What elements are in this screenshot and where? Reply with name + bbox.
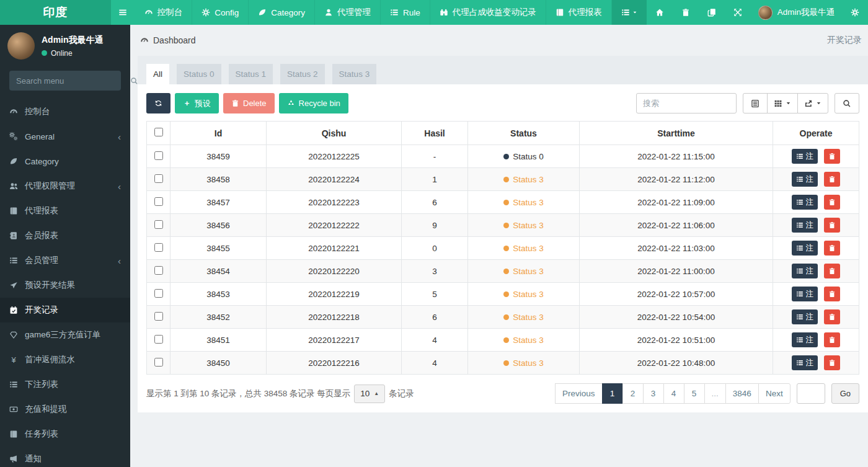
row-checkbox[interactable] bbox=[154, 289, 163, 298]
page-button[interactable]: 3846 bbox=[725, 383, 759, 404]
starttime-cell: 2022-01-22 10:51:00 bbox=[580, 329, 773, 352]
sidebar-menu-item[interactable]: Category ‹ bbox=[0, 149, 130, 174]
row-checkbox[interactable] bbox=[154, 197, 163, 206]
status-tab[interactable]: Status 3 bbox=[332, 64, 377, 84]
goto-page-input[interactable] bbox=[797, 383, 825, 404]
note-button[interactable]: 注 bbox=[792, 195, 818, 210]
row-checkbox[interactable] bbox=[154, 335, 163, 344]
top-nav-item[interactable]: 代理占成收益变动记录 bbox=[430, 0, 546, 25]
status-tab[interactable]: Status 2 bbox=[280, 64, 325, 84]
sidebar-menu-item[interactable]: General ‹ bbox=[0, 124, 130, 149]
status-tab[interactable]: Status 1 bbox=[229, 64, 273, 84]
top-nav-item[interactable]: 控制台 bbox=[135, 0, 193, 25]
detail-view-button[interactable] bbox=[743, 93, 768, 113]
starttime-cell: 2022-01-22 10:48:00 bbox=[580, 352, 773, 375]
sidebar-menu-item[interactable]: 预设开奖结果 ‹ bbox=[0, 273, 130, 298]
delete-button[interactable]: Delete bbox=[223, 93, 275, 113]
top-nav-item[interactable]: Category bbox=[249, 0, 315, 25]
page-button[interactable]: Next bbox=[758, 383, 790, 404]
sidebar-menu-item[interactable]: ¥ 首冲返佣流水 ‹ bbox=[0, 347, 130, 372]
columns-button[interactable] bbox=[767, 93, 798, 113]
qishu-cell: 20220122223 bbox=[267, 191, 402, 214]
note-button[interactable]: 注 bbox=[792, 287, 818, 301]
copy-button[interactable] bbox=[699, 0, 725, 25]
home-button[interactable] bbox=[647, 0, 673, 25]
note-button[interactable]: 注 bbox=[792, 241, 818, 256]
page-button[interactable]: 3 bbox=[643, 383, 664, 404]
row-checkbox[interactable] bbox=[154, 243, 163, 252]
note-button[interactable]: 注 bbox=[792, 355, 818, 370]
select-all-checkbox[interactable] bbox=[154, 128, 163, 136]
sidebar-menu-item[interactable]: 充值和提现 ‹ bbox=[0, 397, 130, 422]
sidebar-search-input[interactable] bbox=[16, 76, 125, 86]
note-button[interactable]: 注 bbox=[792, 218, 818, 233]
delete-row-button[interactable] bbox=[824, 332, 840, 347]
user-menu[interactable]: Admin我最牛通 bbox=[751, 0, 842, 25]
delete-row-button[interactable] bbox=[824, 309, 840, 324]
delete-row-button[interactable] bbox=[824, 218, 840, 233]
sidebar-menu-item[interactable]: 代理报表 ‹ bbox=[0, 198, 130, 223]
status-tab[interactable]: All bbox=[146, 64, 169, 84]
status-badge: Status 3 bbox=[503, 336, 544, 345]
trash-icon bbox=[231, 99, 239, 107]
sidebar-menu-item[interactable]: 代理权限管理 ‹ bbox=[0, 174, 130, 198]
delete-row-button[interactable] bbox=[824, 172, 840, 187]
sidebar-menu-item[interactable]: 下注列表 ‹ bbox=[0, 372, 130, 397]
delete-row-button[interactable] bbox=[824, 287, 840, 301]
top-nav-item[interactable]: 代理管理 bbox=[315, 0, 381, 25]
row-checkbox[interactable] bbox=[154, 358, 163, 367]
preset-add-button[interactable]: + 预设 bbox=[175, 93, 219, 113]
row-checkbox[interactable] bbox=[154, 220, 163, 229]
fullscreen-button[interactable] bbox=[725, 0, 751, 25]
delete-row-button[interactable] bbox=[824, 264, 840, 278]
sidebar-menu-item[interactable]: 控制台 ‹ bbox=[0, 99, 130, 124]
table-search-input[interactable] bbox=[636, 93, 737, 113]
note-button[interactable]: 注 bbox=[792, 172, 818, 187]
status-tab[interactable]: Status 0 bbox=[177, 64, 221, 84]
sidebar-menu-item[interactable]: 任务列表 ‹ bbox=[0, 422, 130, 447]
settings-button[interactable] bbox=[842, 0, 868, 25]
trash-button[interactable] bbox=[673, 0, 699, 25]
quick-menu-dropdown[interactable] bbox=[612, 0, 647, 25]
tab-label: All bbox=[153, 69, 162, 79]
page-size-select[interactable]: 10 ▲ bbox=[354, 385, 385, 403]
note-button[interactable]: 注 bbox=[792, 149, 818, 164]
page-button[interactable]: 4 bbox=[663, 383, 684, 404]
sidebar-toggle-button[interactable] bbox=[111, 0, 135, 25]
operate-cell: 注 bbox=[773, 260, 859, 283]
delete-row-button[interactable] bbox=[824, 195, 840, 210]
page-button[interactable]: 5 bbox=[684, 383, 705, 404]
sidebar-menu-item[interactable]: 会员管理 ‹ bbox=[0, 248, 130, 273]
row-checkbox[interactable] bbox=[154, 266, 163, 275]
page-button[interactable]: Previous bbox=[555, 383, 603, 404]
page-button[interactable]: 1 bbox=[602, 383, 623, 404]
row-checkbox[interactable] bbox=[154, 151, 163, 160]
delete-row-button[interactable] bbox=[824, 355, 840, 370]
sidebar-menu-item[interactable]: 开奖记录 ‹ bbox=[0, 298, 130, 322]
note-button-label: 注 bbox=[806, 289, 814, 300]
sidebar-menu-item[interactable]: 会员报表 ‹ bbox=[0, 223, 130, 248]
refresh-button[interactable] bbox=[146, 93, 170, 113]
table-row: 38459 20220122225 - Status 0 2022-01-22 … bbox=[147, 145, 859, 168]
search-button[interactable] bbox=[835, 93, 859, 113]
page-button[interactable]: ... bbox=[704, 383, 726, 404]
note-button[interactable]: 注 bbox=[792, 264, 818, 278]
note-button[interactable]: 注 bbox=[792, 309, 818, 324]
sidebar-menu-item[interactable]: game6三方充值订单 ‹ bbox=[0, 322, 130, 347]
delete-row-button[interactable] bbox=[824, 241, 840, 256]
brand-logo[interactable]: 印度 bbox=[0, 0, 111, 25]
delete-row-button[interactable] bbox=[824, 149, 840, 164]
top-nav-item[interactable]: Config bbox=[192, 0, 249, 25]
sidebar-menu-item[interactable]: 通知 ‹ bbox=[0, 447, 130, 467]
page-button[interactable]: 2 bbox=[622, 383, 644, 404]
note-button[interactable]: 注 bbox=[792, 332, 818, 347]
row-checkbox[interactable] bbox=[154, 312, 163, 321]
top-nav-item[interactable]: Rule bbox=[381, 0, 430, 25]
sidebar-item-label: 会员报表 bbox=[25, 230, 58, 241]
row-checkbox[interactable] bbox=[154, 174, 163, 183]
go-button[interactable]: Go bbox=[831, 383, 859, 404]
recycle-bin-button[interactable]: Recycle bin bbox=[279, 93, 348, 113]
page-button-label: 2 bbox=[631, 389, 636, 398]
export-button[interactable] bbox=[797, 93, 828, 113]
top-nav-item[interactable]: 代理报表 bbox=[546, 0, 612, 25]
